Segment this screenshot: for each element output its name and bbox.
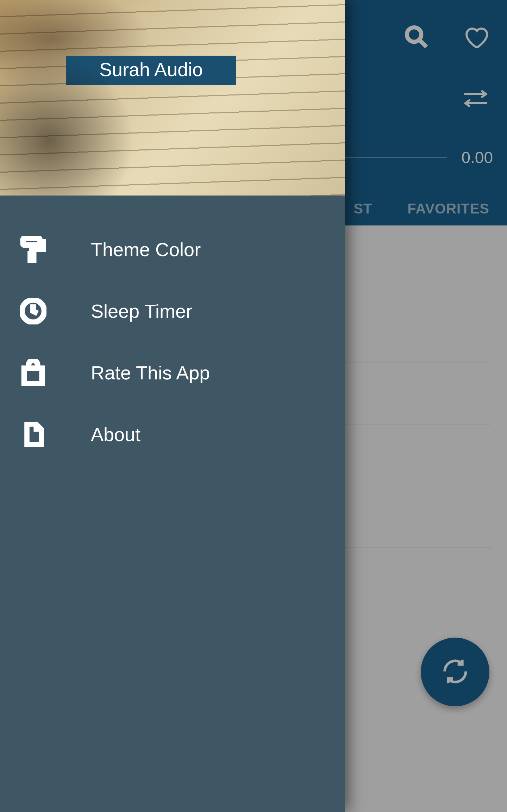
- paint-roller-icon: [19, 236, 47, 263]
- menu-label: Rate This App: [91, 362, 210, 384]
- drawer-menu: Theme Color Sleep Timer Rate This App: [0, 196, 345, 465]
- menu-about[interactable]: About: [0, 403, 345, 465]
- navigation-drawer: Surah Audio Theme Color Sleep Timer: [0, 0, 345, 812]
- svg-rect-5: [30, 254, 33, 260]
- menu-label: Sleep Timer: [91, 300, 192, 322]
- clock-icon: [19, 297, 47, 325]
- file-icon: [19, 421, 47, 448]
- svg-rect-7: [24, 368, 42, 384]
- menu-theme-color[interactable]: Theme Color: [0, 218, 345, 280]
- menu-label: About: [91, 423, 140, 445]
- menu-label: Theme Color: [91, 238, 201, 260]
- svg-rect-4: [23, 238, 40, 245]
- menu-rate-app[interactable]: Rate This App: [0, 342, 345, 403]
- shopping-bag-icon: [19, 359, 47, 386]
- drawer-header: Surah Audio: [0, 0, 345, 196]
- app-title: Surah Audio: [66, 56, 236, 85]
- menu-sleep-timer[interactable]: Sleep Timer: [0, 280, 345, 342]
